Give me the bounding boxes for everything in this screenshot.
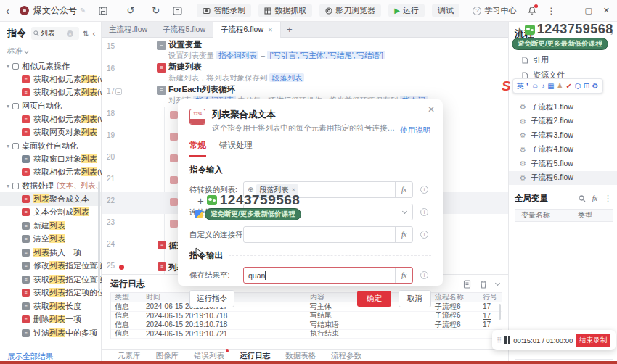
confirm-button[interactable]: 确定 <box>357 291 391 307</box>
flow-tab[interactable]: 子流程6.flow ✕ <box>213 22 281 38</box>
row-number[interactable]: 23 <box>103 218 115 226</box>
command-item[interactable]: ≡ 获取相似元素列表(win) <box>0 86 101 100</box>
input-method-icon[interactable]: ⚙ <box>592 83 599 90</box>
info-icon[interactable]: i <box>420 186 428 194</box>
export-log-icon[interactable] <box>463 280 471 289</box>
command-search[interactable]: ✕ <box>31 27 79 40</box>
fx-button[interactable]: fx <box>395 268 412 283</box>
command-item[interactable]: ≡ 删除列表一项 <box>0 313 101 327</box>
more-icon[interactable]: ⋮ <box>604 194 612 203</box>
log-row[interactable]: 信息 2024-06-15 20:19:10.721 执行结束 <box>111 330 502 339</box>
command-item[interactable]: ≡ 修改列表指定位置项的值 <box>0 260 101 273</box>
learn-center-button[interactable]: ? 学习中心 <box>473 5 516 16</box>
log-row[interactable]: 信息 2024-06-15 20:19:10.718 写结束语 子流程6 17 <box>111 320 502 330</box>
smart-record-button[interactable]: 智能录制 <box>197 4 251 17</box>
command-item[interactable]: ≡ 获取网页对象列表 <box>0 126 101 140</box>
flow-file-item[interactable]: ⚙ 子流程6.flow <box>509 171 617 186</box>
collapse-sidebar-icon[interactable]: ‹ <box>92 29 95 38</box>
command-item[interactable]: ≡ 获取列表长度 <box>0 299 101 313</box>
log-scrollbar[interactable] <box>499 304 501 320</box>
command-item[interactable]: ≡ 获取相似元素列表(web) <box>0 112 101 126</box>
drag-handle-icon[interactable]: ⠿ <box>497 336 502 344</box>
undo-icon[interactable]: ↺ <box>126 6 134 15</box>
input-method-icon[interactable]: ✔ <box>566 83 572 90</box>
row-number[interactable]: 25 <box>103 262 115 270</box>
input-method-icon[interactable]: ☺ <box>531 83 539 90</box>
bottom-tab[interactable]: 图像库 <box>156 351 179 361</box>
tab-general[interactable]: 常规 <box>189 140 206 157</box>
command-item[interactable]: ≡ 列表聚合成文本 <box>0 192 101 206</box>
save-result-input[interactable]: quan fx <box>243 267 413 284</box>
tree-group-header[interactable]: ▾ 相似元素操作 <box>0 59 101 73</box>
info-icon[interactable]: i <box>420 271 428 279</box>
run-command-button[interactable]: 运行指令 <box>189 290 234 307</box>
flow-step-row[interactable]: 15 – ≡ 设置变量 设置列表变量 指令词列表 = ['写引言','写主体',… <box>102 38 508 60</box>
input-method-icon[interactable]: ⊞ <box>584 83 589 90</box>
input-method-icon[interactable]: ❜ <box>526 83 528 90</box>
flow-file-item[interactable]: ⚙ 子流程2.flow <box>509 115 617 129</box>
close-dialog-icon[interactable]: ✕ <box>428 104 435 115</box>
input-method-icon[interactable]: ♟ <box>557 83 563 90</box>
row-number[interactable]: 19 <box>103 131 115 139</box>
flow-file-item[interactable]: ⚙ 子流程1.flow <box>509 100 617 115</box>
search-icon[interactable] <box>579 195 586 202</box>
row-number[interactable]: 24 <box>103 240 115 248</box>
cancel-button[interactable]: 取消 <box>399 290 431 307</box>
bottom-tab[interactable]: 错误列表 <box>194 351 224 361</box>
breakpoint-dot[interactable] <box>119 265 124 270</box>
bottom-tab[interactable]: 运行日志 <box>240 351 270 361</box>
flow-file-item[interactable]: ⚙ 子流程4.flow <box>509 143 617 157</box>
row-number[interactable]: 20 <box>103 153 115 161</box>
rename-icon[interactable]: ✎ <box>80 7 86 15</box>
info-icon[interactable]: i <box>420 208 428 216</box>
row-number[interactable]: 17 <box>103 87 115 95</box>
clear-log-icon[interactable] <box>480 280 487 289</box>
tree-group-header[interactable]: ▾ 数据处理 (文本、列表、变量...) <box>0 179 101 192</box>
flow-tab[interactable]: 主流程.flow <box>102 22 155 38</box>
command-item[interactable]: ≡ 列表插入一项 <box>0 246 101 260</box>
command-search-input[interactable] <box>41 30 65 38</box>
fx-button[interactable]: fx <box>395 227 412 242</box>
sidebar-scrollbar[interactable] <box>98 181 100 290</box>
input-method-icon[interactable]: ▦ <box>547 83 554 90</box>
collapse-log-icon[interactable] <box>495 280 500 285</box>
command-item[interactable]: ≡ 获取相似元素列表(web) <box>0 73 101 86</box>
variables-panel-icon[interactable] <box>173 7 182 15</box>
custom-connector-input[interactable]: fx <box>243 226 413 243</box>
notifications-button[interactable] <box>528 6 536 15</box>
data-capture-button[interactable]: 数据抓取 <box>258 4 312 17</box>
tab-error-handling[interactable]: 错误处理 <box>219 140 253 157</box>
fx-icon[interactable]: fx <box>592 194 597 202</box>
maximize-button[interactable]: ▢ <box>584 6 592 15</box>
bottom-tab[interactable]: 元素库 <box>118 351 141 361</box>
save-icon[interactable] <box>99 7 107 15</box>
input-method-icon[interactable]: ♪ <box>542 83 545 90</box>
back-icon[interactable]: ‹ <box>6 5 9 16</box>
close-tab-icon[interactable]: ✕ <box>268 27 273 33</box>
tree-group-header[interactable]: ▾ 网页自动化 <box>0 99 101 112</box>
command-item[interactable]: ≡ 获取窗口对象列表 <box>0 152 101 166</box>
redo-icon[interactable]: ↻ <box>152 6 160 15</box>
collapse-toggle-icon[interactable]: – <box>115 88 122 95</box>
row-number[interactable]: 18 <box>103 109 115 117</box>
fx-button[interactable]: fx <box>395 182 412 197</box>
row-number[interactable]: 22 <box>103 197 115 204</box>
bottom-tab[interactable]: 数据表格 <box>285 351 316 361</box>
row-number[interactable]: 16 <box>103 65 115 73</box>
bottom-tab[interactable]: 流程参数 <box>331 351 361 361</box>
usage-help-link[interactable]: 使用说明 <box>400 125 430 136</box>
sogou-logo-icon[interactable]: S <box>502 79 511 93</box>
flow-tab[interactable]: 子流程5.flow <box>155 22 213 38</box>
command-item[interactable]: ≡ 获取相似元素列表(win) <box>0 166 101 180</box>
pause-icon[interactable] <box>504 336 510 344</box>
row-number[interactable]: 21 <box>103 175 115 183</box>
run-button[interactable]: ▶ 运行 <box>388 4 425 17</box>
close-window-button[interactable]: ✕ <box>603 6 610 15</box>
debug-button[interactable]: 调试 <box>432 4 459 17</box>
flow-file-item[interactable]: ⚙ 子流程3.flow <box>509 128 617 143</box>
show-all-results-link[interactable]: 展示全部结果 <box>0 349 101 361</box>
add-tab-button[interactable]: + <box>281 22 298 37</box>
row-number[interactable]: 15 <box>103 42 115 50</box>
flow-file-item[interactable]: ⚙ 子流程5.flow <box>509 157 617 171</box>
tree-group-header[interactable]: ▾ 桌面软件自动化 <box>0 139 101 152</box>
